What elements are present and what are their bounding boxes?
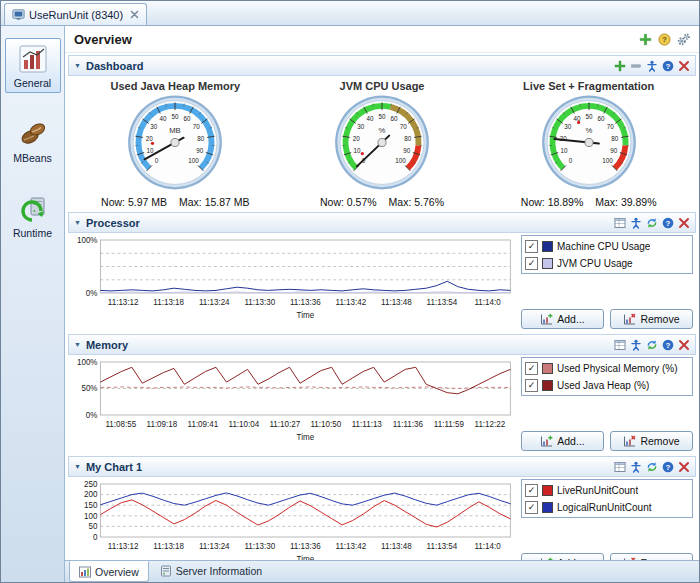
editor-tab-userununit[interactable]: UseRunUnit (8340) [4, 3, 147, 25]
accessibility-icon[interactable] [630, 461, 642, 473]
tab-overview[interactable]: Overview [69, 561, 149, 582]
legend: ✓LiveRunUnitCount✓LogicalRunUnitCount [521, 479, 693, 518]
tab-server-information[interactable]: Server Information [151, 561, 271, 580]
overview-tab-icon [79, 566, 91, 578]
my-chart-1-legend-panel: ✓LiveRunUnitCount✓LogicalRunUnitCount [521, 479, 693, 560]
my-chart-1-body: 05010015020025011:13:1211:13:1811:13:241… [68, 477, 696, 560]
section-toolbar: ? [614, 217, 690, 229]
gauge-now-value: Now: 0.57% [320, 196, 377, 208]
svg-text:90: 90 [197, 147, 205, 154]
legend-checkbox[interactable]: ✓ [525, 362, 538, 375]
server-tab-icon [160, 565, 172, 577]
add-icon[interactable] [614, 60, 626, 72]
svg-text:%: % [585, 126, 592, 135]
collapse-icon[interactable]: ▼ [74, 341, 81, 348]
svg-text:11:13:18: 11:13:18 [153, 542, 184, 551]
liveset-gauge-dial: 0102030405060708090100% [532, 92, 646, 193]
accessibility-icon[interactable] [630, 339, 642, 351]
close-icon[interactable] [678, 339, 690, 351]
legend-checkbox[interactable]: ✓ [525, 484, 538, 497]
help-icon[interactable]: ? [662, 461, 674, 473]
add-icon[interactable] [639, 33, 652, 46]
svg-text:90: 90 [403, 147, 411, 154]
remove-attribute-button[interactable]: Remove [610, 431, 693, 451]
help-icon[interactable]: ? [662, 217, 674, 229]
svg-text:80: 80 [404, 135, 412, 142]
close-icon[interactable] [678, 60, 690, 72]
accessibility-icon[interactable] [646, 60, 658, 72]
legend-item: ✓Used Physical Memory (%) [525, 361, 689, 375]
legend-checkbox[interactable]: ✓ [525, 257, 538, 270]
legend-checkbox[interactable]: ✓ [525, 379, 538, 392]
collapse-icon[interactable]: ▼ [74, 62, 81, 69]
table-icon[interactable] [614, 461, 626, 473]
svg-text:50: 50 [172, 113, 180, 120]
processor-section-header[interactable]: ▼ Processor [68, 212, 696, 233]
processor-chart-body: 0%100%11:13:1211:13:1811:13:2411:13:3011… [68, 233, 696, 331]
sidebar-item-general[interactable]: General [5, 38, 61, 93]
refresh-icon[interactable] [646, 339, 658, 351]
legend-color-swatch [542, 485, 553, 496]
dashboard-section-header[interactable]: ▼ Dashboard [68, 55, 696, 76]
svg-text:60: 60 [597, 115, 605, 122]
my-chart-1-section-header[interactable]: ▼ My Chart 1 [68, 456, 696, 477]
svg-text:80: 80 [198, 135, 206, 142]
legend-checkbox[interactable]: ✓ [525, 240, 538, 253]
close-icon[interactable] [130, 10, 139, 19]
sidebar-item-runtime[interactable]: Runtime [5, 188, 61, 243]
accessibility-icon[interactable] [630, 217, 642, 229]
svg-text:50: 50 [378, 113, 386, 120]
svg-text:50: 50 [585, 113, 593, 120]
add-chart-icon [540, 435, 553, 448]
legend-checkbox[interactable]: ✓ [525, 501, 538, 514]
gears-icon[interactable] [677, 33, 690, 46]
legend-label: LiveRunUnitCount [557, 485, 638, 496]
remove-attribute-button[interactable]: Remove [610, 309, 693, 329]
svg-text:80: 80 [611, 135, 619, 142]
collapse-icon[interactable]: ▼ [74, 463, 81, 470]
table-icon[interactable] [614, 217, 626, 229]
close-icon[interactable] [678, 461, 690, 473]
add-attribute-button[interactable]: Add... [521, 553, 604, 560]
svg-text:100: 100 [84, 511, 98, 520]
legend-label: LogicalRunUnitCount [557, 502, 652, 513]
runtime-icon [17, 193, 49, 225]
svg-text:70: 70 [193, 123, 201, 130]
legend-color-swatch [542, 380, 553, 391]
legend-buttons: Add... Remove [521, 551, 693, 560]
gauge-stats: Now: 0.57% Max: 5.76% [279, 196, 486, 208]
svg-text:0: 0 [568, 157, 572, 164]
section-toolbar: ? [614, 339, 690, 351]
gauge-heap: Used Java Heap Memory 010203040506070809… [72, 78, 279, 208]
refresh-icon[interactable] [646, 461, 658, 473]
help-icon[interactable]: ? [662, 60, 674, 72]
overview-page: Overview ? [65, 26, 699, 582]
remove-attribute-button[interactable]: Remove [610, 553, 693, 560]
svg-text:11:13:54: 11:13:54 [427, 542, 458, 551]
remove-button-label: Remove [640, 435, 679, 447]
close-icon[interactable] [678, 217, 690, 229]
svg-text:11:08:55: 11:08:55 [105, 420, 136, 429]
svg-text:30: 30 [357, 123, 365, 130]
collapse-icon[interactable]: ▼ [74, 219, 81, 226]
sidebar-item-mbeans[interactable]: MBeans [5, 113, 61, 168]
memory-section-header[interactable]: ▼ Memory [68, 334, 696, 355]
svg-text:11:13:54: 11:13:54 [427, 298, 458, 307]
svg-text:11:13:24: 11:13:24 [199, 298, 230, 307]
help-icon[interactable]: ? [658, 33, 671, 46]
svg-text:10: 10 [560, 147, 568, 154]
svg-text:11:13:48: 11:13:48 [381, 542, 412, 551]
table-icon[interactable] [614, 339, 626, 351]
remove-icon[interactable] [630, 60, 642, 72]
svg-text:11:09:41: 11:09:41 [188, 420, 219, 429]
svg-text:250: 250 [84, 480, 98, 489]
legend-label: JVM CPU Usage [557, 258, 633, 269]
help-icon[interactable]: ? [662, 339, 674, 351]
svg-text:11:10:27: 11:10:27 [269, 420, 300, 429]
svg-text:70: 70 [400, 123, 408, 130]
svg-text:50: 50 [89, 522, 98, 531]
svg-text:11:11:59: 11:11:59 [434, 420, 464, 429]
add-attribute-button[interactable]: Add... [521, 309, 604, 329]
add-attribute-button[interactable]: Add... [521, 431, 604, 451]
refresh-icon[interactable] [646, 217, 658, 229]
